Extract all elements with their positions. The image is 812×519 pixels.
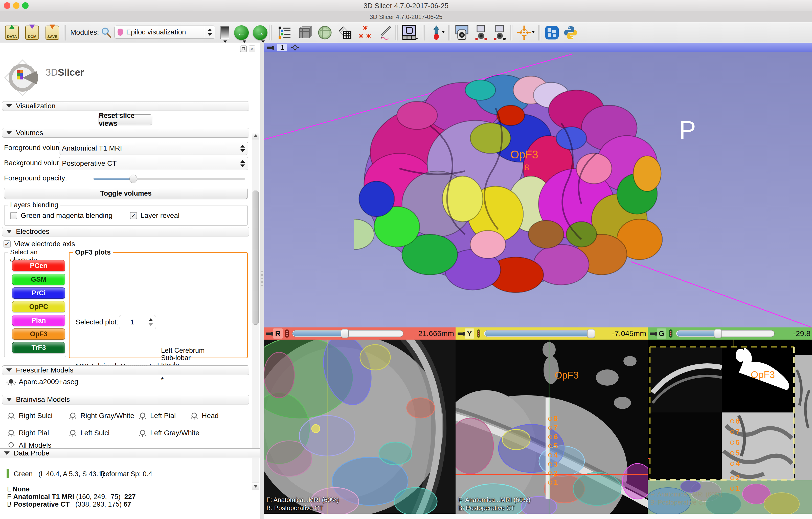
back-button[interactable]: ← [233, 24, 250, 41]
visibility-eye-icon[interactable] [68, 411, 78, 420]
save-button[interactable]: SAVE [44, 24, 61, 41]
layer-reveal-checkbox-row[interactable]: ✓ Layer reveal [130, 212, 179, 220]
yellow-slice-letter[interactable]: Y [465, 328, 474, 338]
slice-menu-icon[interactable] [477, 329, 480, 337]
load-dicom-button[interactable]: DCM [24, 24, 40, 41]
model-row-right-graywhite[interactable]: Right Gray/White [68, 411, 134, 420]
yellow-slice-viewport[interactable]: OpF3 8 7 6 5 4 3 2 1 F: Anatomica...MRI … [456, 339, 648, 514]
view3d-center-icon[interactable] [291, 44, 299, 51]
model-row-right-pial[interactable]: Right Pial [6, 429, 49, 437]
green-slice-header[interactable]: G -29.8 [648, 327, 812, 339]
close-panel-button[interactable]: × [249, 46, 255, 52]
section-volumes[interactable]: Volumes [2, 128, 249, 138]
electrode-button-oppc[interactable]: OpPC [12, 301, 65, 312]
load-data-button[interactable]: DATA [3, 24, 20, 41]
model-row-all-models[interactable]: All Models [6, 442, 51, 448]
panel-scrollbar[interactable] [252, 132, 259, 490]
capture-view-button[interactable] [472, 24, 489, 41]
python-console-button[interactable] [562, 24, 579, 41]
visibility-eye-icon[interactable] [6, 442, 16, 448]
red-slider-handle[interactable] [341, 329, 349, 338]
pin-icon[interactable] [650, 332, 655, 335]
subject-hierarchy-button[interactable] [276, 24, 293, 41]
section-data-probe[interactable]: Data Probe [0, 448, 260, 458]
yellow-slice-header[interactable]: Y -7.045mm [456, 327, 648, 339]
scroll-down-button[interactable] [252, 483, 259, 490]
red-slice-letter[interactable]: R [273, 328, 283, 338]
scrollbar-thumb[interactable] [253, 191, 259, 325]
view-electrode-axis-row[interactable]: ✓ View electrode axis [3, 240, 75, 248]
combo-spin-icon[interactable] [237, 157, 248, 170]
electrode-button-gsm[interactable]: GSM [12, 274, 65, 285]
background-volume-combo[interactable]: Postoperative CT [59, 157, 248, 170]
history-dropdown-arrow[interactable] [224, 40, 227, 43]
combo-spin-icon[interactable] [237, 142, 248, 155]
model-row-head[interactable]: Head [189, 411, 219, 420]
green-magenta-checkbox[interactable] [10, 212, 17, 219]
green-slice-viewport[interactable]: OpF3 8 7 6 5 4 2 1 F: Anatomica...MRI (6… [648, 339, 812, 514]
visibility-eye-icon[interactable] [138, 411, 148, 420]
electrode-button-trf3[interactable]: TrF3 [12, 342, 65, 353]
section-brainvisa-models[interactable]: Brainvisa Models [2, 395, 249, 404]
pin-icon[interactable] [458, 332, 463, 335]
capture-screenshot-button[interactable] [454, 24, 470, 41]
annotations-button[interactable] [377, 24, 394, 41]
green-slice-slider[interactable] [676, 330, 775, 337]
crosshair-button[interactable] [516, 24, 532, 41]
pin-icon[interactable] [267, 47, 272, 49]
opacity-slider-handle[interactable] [129, 174, 137, 183]
green-magenta-checkbox-row[interactable]: Green and magenta blending [10, 212, 113, 220]
visibility-eye-icon[interactable] [138, 429, 148, 437]
model-row-right-sulci[interactable]: Right Sulci [6, 411, 53, 420]
visibility-eye-icon[interactable] [68, 429, 78, 437]
view-electrode-axis-checkbox[interactable]: ✓ [3, 240, 10, 247]
undock-panel-button[interactable] [240, 46, 247, 52]
visibility-eye-icon[interactable] [6, 411, 16, 420]
model-row-aparc[interactable]: Aparc.a2009+aseg [6, 378, 78, 386]
slice-menu-icon[interactable] [669, 329, 672, 337]
spinbox-arrows[interactable] [145, 315, 156, 329]
foreground-volume-combo[interactable]: Anatomical T1 MRI [59, 142, 248, 155]
markups-button[interactable] [357, 24, 374, 41]
scroll-up-button[interactable] [252, 132, 259, 139]
panel-splitter[interactable] [260, 43, 264, 519]
red-slice-slider[interactable] [292, 330, 404, 337]
model-row-left-sulci[interactable]: Left Sulci [68, 429, 110, 437]
electrode-button-opf3[interactable]: OpF3 [12, 328, 65, 339]
volumes-module-button[interactable] [296, 24, 313, 41]
section-electrodes[interactable]: Electrodes [2, 227, 249, 236]
visibility-eye-icon[interactable] [6, 429, 16, 437]
extensions-manager-button[interactable] [544, 24, 560, 41]
capture-sequence-button[interactable] [491, 24, 508, 41]
layer-reveal-checkbox[interactable]: ✓ [130, 212, 137, 219]
forward-button[interactable]: → [252, 24, 268, 41]
red-slice-header[interactable]: R 21.666mm [264, 327, 456, 339]
toggle-volumes-button[interactable]: Toggle volumes [4, 188, 248, 199]
volume-rendering-button[interactable] [317, 24, 333, 41]
electrode-button-plan[interactable]: Plan [12, 315, 65, 326]
back-dropdown-arrow[interactable] [243, 40, 246, 43]
view3d-tab[interactable]: 1 [277, 44, 287, 51]
module-search-icon[interactable] [100, 27, 112, 39]
model-row-left-pial[interactable]: Left Pial [138, 411, 176, 420]
green-slice-letter[interactable]: G [657, 328, 666, 338]
view3d-viewport[interactable]: OpF3 8 P [264, 52, 812, 327]
transforms-button[interactable] [337, 24, 353, 41]
module-selector-spin[interactable] [204, 26, 215, 38]
view3d-header[interactable]: 1 [264, 43, 812, 52]
model-row-left-graywhite[interactable]: Left Gray/White [138, 429, 200, 437]
forward-dropdown-arrow[interactable] [261, 40, 265, 43]
section-visualization[interactable]: Visualization [2, 101, 249, 111]
red-slice-viewport[interactable]: F: Anatomica...MRI (60%) B: Postoperativ… [264, 339, 456, 514]
section-freesurfer-models[interactable]: Freesurfer Models [2, 365, 249, 375]
module-selector[interactable]: Epiloc visualization [114, 26, 215, 39]
visibility-eye-icon[interactable] [6, 378, 16, 386]
crosshair-dropdown-arrow[interactable] [531, 31, 535, 33]
slice-menu-icon[interactable] [285, 329, 289, 337]
yellow-slider-handle[interactable] [587, 329, 595, 338]
selected-plot-spinbox[interactable]: 1 [119, 315, 156, 329]
electrode-button-pcen[interactable]: PCen [12, 260, 65, 271]
mouse-mode-dropdown-arrow[interactable] [441, 31, 445, 33]
visibility-eye-icon[interactable] [189, 411, 199, 420]
pin-icon[interactable] [266, 332, 271, 335]
